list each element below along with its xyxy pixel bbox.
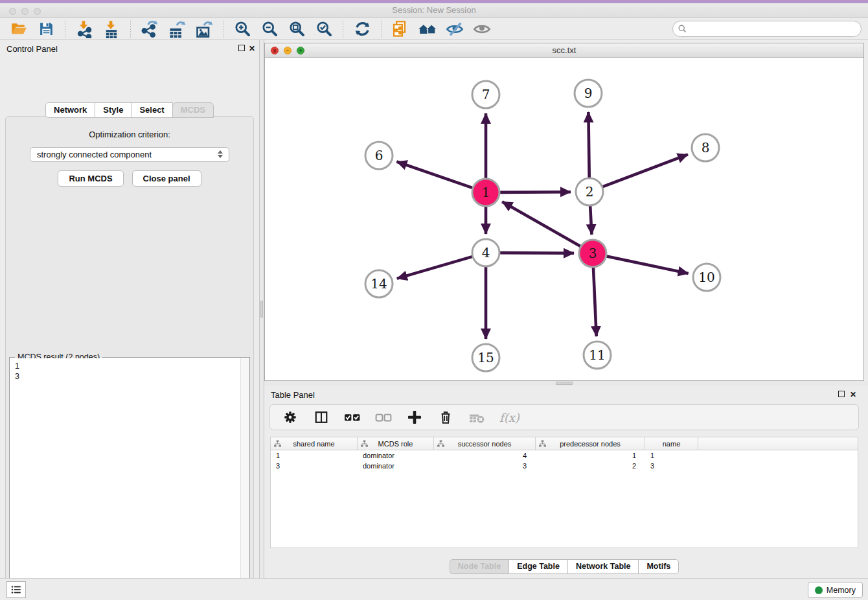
graph-edge-3-10[interactable] bbox=[607, 257, 689, 274]
close-panel-button[interactable]: Close panel bbox=[132, 170, 201, 187]
close-view-button[interactable]: x bbox=[271, 47, 279, 54]
select-all-icon[interactable] bbox=[344, 409, 361, 426]
tab-node-table[interactable]: Node Table bbox=[450, 559, 509, 574]
vertical-splitter[interactable] bbox=[259, 40, 264, 578]
tab-style[interactable]: Style bbox=[95, 102, 131, 118]
export-network-icon[interactable] bbox=[140, 19, 159, 39]
graph-edge-1-2[interactable] bbox=[500, 192, 571, 192]
import-network-icon[interactable] bbox=[74, 19, 94, 39]
toolbar-separator bbox=[65, 21, 65, 38]
network-window-titlebar[interactable]: x − + scc.txt bbox=[265, 43, 863, 58]
export-image-icon[interactable] bbox=[194, 19, 214, 39]
graph-edge-2-8[interactable] bbox=[603, 154, 688, 187]
delete-table-icon[interactable] bbox=[468, 409, 485, 426]
table-cell[interactable]: dominator bbox=[358, 462, 434, 470]
column-header-name[interactable]: name bbox=[645, 437, 698, 450]
graph-edge-4-14[interactable] bbox=[397, 257, 472, 279]
column-header-successor-nodes[interactable]: successor nodes bbox=[434, 437, 536, 450]
graph-edge-2-9[interactable] bbox=[588, 112, 589, 178]
tab-network-table[interactable]: Network Table bbox=[567, 559, 639, 574]
zoom-out-icon[interactable] bbox=[260, 19, 279, 39]
save-icon[interactable] bbox=[36, 19, 56, 39]
columns-icon[interactable] bbox=[313, 409, 330, 426]
criterion-dropdown[interactable]: strongly connected component bbox=[30, 147, 229, 162]
network-canvas[interactable]: 7968124314101511 bbox=[265, 58, 863, 380]
graph-edge-4-3[interactable] bbox=[500, 253, 574, 253]
app-titlebar: Session: New Session bbox=[0, 3, 868, 18]
show-all-icon[interactable] bbox=[472, 19, 492, 39]
run-mcds-button[interactable]: Run MCDS bbox=[58, 170, 123, 187]
hide-selected-icon[interactable] bbox=[445, 19, 464, 39]
graph-node-label: 9 bbox=[584, 86, 593, 101]
graph-node-label: 8 bbox=[702, 140, 710, 156]
zoom-selected-icon[interactable] bbox=[314, 19, 334, 39]
table-cell[interactable]: 1 bbox=[645, 452, 698, 459]
gear-icon[interactable] bbox=[282, 409, 299, 426]
tab-network[interactable]: Network bbox=[45, 102, 95, 118]
tab-mcds[interactable]: MCDS bbox=[172, 102, 214, 118]
refresh-icon[interactable] bbox=[352, 19, 372, 39]
function-builder-icon[interactable]: f(x) bbox=[499, 411, 520, 424]
control-panel-title: Control Panel bbox=[6, 44, 58, 54]
maximize-view-button[interactable]: + bbox=[297, 47, 304, 54]
table-cell[interactable]: 1 bbox=[536, 452, 645, 459]
import-table-icon[interactable] bbox=[102, 19, 121, 39]
tab-edge-table[interactable]: Edge Table bbox=[508, 559, 568, 574]
status-bar: Memory bbox=[0, 578, 868, 600]
tab-motifs[interactable]: Motifs bbox=[638, 559, 679, 574]
graph-edge-2-3[interactable] bbox=[590, 206, 591, 235]
toolbar-separator bbox=[130, 21, 131, 38]
table-cell[interactable]: 1 bbox=[271, 452, 358, 459]
close-table-panel-icon[interactable]: ✕ bbox=[850, 391, 856, 398]
mcds-panel: Optimization criterion: strongly connect… bbox=[5, 116, 254, 600]
toolbar-separator bbox=[223, 21, 223, 38]
column-header-predecessor-nodes[interactable]: predecessor nodes bbox=[536, 437, 645, 450]
node-table[interactable]: shared nameMCDS rolesuccessor nodesprede… bbox=[270, 437, 858, 548]
duplicate-network-icon[interactable] bbox=[391, 19, 410, 39]
result-item[interactable]: 1 bbox=[15, 361, 240, 371]
splitter-handle[interactable] bbox=[556, 382, 573, 385]
export-table-icon[interactable] bbox=[167, 19, 187, 39]
table-cell[interactable]: 3 bbox=[271, 462, 358, 470]
graph-node-label: 1 bbox=[482, 185, 490, 200]
table-cell[interactable]: 4 bbox=[434, 452, 536, 459]
add-icon[interactable] bbox=[406, 409, 423, 426]
memory-button[interactable]: Memory bbox=[808, 582, 863, 598]
mcds-result-list[interactable]: 13 bbox=[10, 358, 240, 600]
column-header-label: shared name bbox=[293, 440, 334, 448]
tab-select[interactable]: Select bbox=[131, 102, 172, 118]
table-row[interactable]: 1dominator411 bbox=[271, 450, 858, 461]
close-panel-icon[interactable]: ✕ bbox=[249, 45, 255, 52]
table-toolbar: f(x) bbox=[269, 404, 859, 430]
home-icon[interactable] bbox=[418, 19, 437, 39]
table-cell[interactable]: 3 bbox=[645, 462, 698, 470]
deselect-all-icon[interactable] bbox=[375, 409, 392, 426]
zoom-fit-icon[interactable] bbox=[287, 19, 306, 39]
result-scrollbar[interactable] bbox=[240, 358, 249, 600]
column-header-shared-name[interactable]: shared name bbox=[271, 437, 358, 450]
float-table-panel-icon[interactable] bbox=[838, 391, 845, 397]
splitter-handle[interactable] bbox=[260, 301, 263, 317]
table-header-row: shared nameMCDS rolesuccessor nodesprede… bbox=[271, 437, 858, 450]
result-item[interactable]: 3 bbox=[15, 371, 240, 382]
minimize-view-button[interactable]: − bbox=[284, 47, 291, 54]
table-cell[interactable]: 3 bbox=[434, 462, 536, 470]
graph-edge-3-11[interactable] bbox=[593, 268, 597, 336]
table-cell[interactable]: dominator bbox=[358, 452, 434, 459]
graph-edge-1-6[interactable] bbox=[396, 161, 472, 187]
search-input[interactable] bbox=[672, 21, 862, 37]
graph-node-label: 3 bbox=[589, 246, 597, 261]
table-row[interactable]: 3dominator323 bbox=[271, 461, 858, 471]
horizontal-splitter[interactable] bbox=[264, 381, 868, 386]
task-history-button[interactable] bbox=[6, 581, 26, 598]
graph-edge-3-1[interactable] bbox=[502, 202, 580, 246]
open-folder-icon[interactable] bbox=[9, 19, 29, 39]
main-toolbar bbox=[0, 18, 868, 40]
graph-node-label: 2 bbox=[586, 184, 594, 200]
column-header-MCDS-role[interactable]: MCDS role bbox=[358, 437, 434, 450]
graph-node-label: 10 bbox=[698, 270, 714, 285]
delete-icon[interactable] bbox=[437, 409, 454, 426]
table-cell[interactable]: 2 bbox=[536, 462, 645, 470]
zoom-in-icon[interactable] bbox=[233, 19, 252, 39]
float-panel-icon[interactable] bbox=[238, 45, 245, 51]
